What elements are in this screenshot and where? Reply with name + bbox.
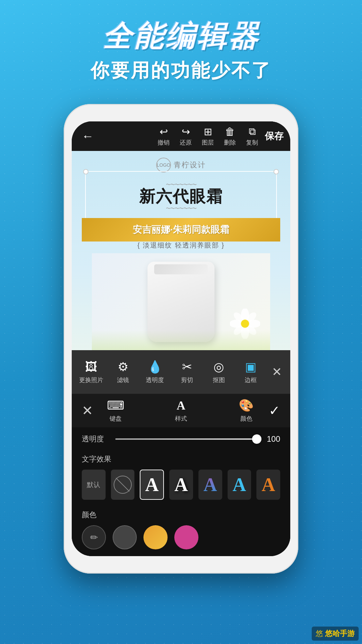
style-label: 样式 — [175, 415, 187, 423]
layers-label: 图层 — [202, 139, 214, 147]
pencil-icon: ✏ — [90, 532, 98, 543]
save-button[interactable]: 保存 — [265, 130, 284, 143]
color-picker-button[interactable]: ✏ — [82, 525, 106, 549]
redo-label: 还原 — [180, 139, 192, 147]
effect-box-char: A — [145, 474, 159, 495]
svg-point-9 — [241, 320, 249, 328]
photo-tool-border[interactable]: ▣ 边框 — [235, 360, 267, 384]
replace-photo-icon: 🖼 — [85, 360, 97, 374]
app-title: 全能编辑器 — [0, 20, 362, 53]
app-subtitle: 你要用的功能少不了 — [0, 58, 362, 84]
effect-default-label: 默认 — [87, 480, 100, 489]
color-tool-icon: 🎨 — [239, 398, 254, 413]
watermark: 悠 悠哈手游 — [312, 627, 359, 641]
effect-box[interactable]: A — [140, 470, 164, 500]
keyboard-icon: ⌨ — [107, 398, 124, 413]
opacity-label: 透明度 — [82, 434, 109, 444]
opacity-icon: 💧 — [147, 360, 163, 374]
opacity-section: 透明度 100 — [72, 427, 290, 451]
svg-line-11 — [116, 478, 129, 491]
effect-cyan-char: A — [233, 474, 246, 495]
canvas-area: LOGO 青柠设计 〜〜〜〜〜〜〜 新六代眼霜 〜〜〜〜〜〜〜 — [72, 151, 290, 350]
screen-content: ← ↩ 撤销 ↪ 还原 ⊞ 图层 🗑 — [72, 121, 290, 556]
border-icon: ▣ — [245, 360, 256, 374]
opacity-tool-label: 透明度 — [146, 376, 164, 384]
text-effects-section: 文字效果 默认 A — [72, 451, 290, 506]
delete-icon: 🗑 — [225, 126, 235, 138]
text-tool-keyboard[interactable]: ⌨ 键盘 — [93, 398, 138, 423]
text-tool-style[interactable]: A 样式 — [159, 398, 204, 423]
layers-icon: ⊞ — [204, 126, 212, 138]
filter-icon: ⚙ — [118, 360, 128, 374]
copy-icon: ⧉ — [249, 126, 256, 138]
effect-gradient-purple-char: A — [203, 474, 217, 495]
handle-tl[interactable] — [83, 169, 88, 174]
crop-icon: ✂ — [182, 360, 192, 374]
undo-label: 撤销 — [158, 139, 170, 147]
design-canvas[interactable]: LOGO 青柠设计 〜〜〜〜〜〜〜 新六代眼霜 〜〜〜〜〜〜〜 — [72, 151, 290, 350]
handle-tr[interactable] — [274, 169, 279, 174]
text-confirm-button[interactable]: ✓ — [269, 403, 280, 418]
text-cancel-button[interactable]: ✕ — [82, 403, 93, 418]
effect-cyan[interactable]: A — [228, 470, 251, 500]
photo-tool-filter[interactable]: ⚙ 滤镜 — [107, 360, 139, 384]
effect-orange-char: A — [261, 474, 275, 495]
opacity-value: 100 — [263, 434, 280, 444]
photo-tool-opacity[interactable]: 💧 透明度 — [139, 360, 171, 384]
product-image — [92, 253, 270, 350]
design-logo: LOGO 青柠设计 — [156, 158, 206, 172]
delete-label: 删除 — [224, 139, 236, 147]
watermark-text: 悠哈手游 — [325, 629, 355, 639]
effect-shadow-char: A — [174, 474, 188, 495]
style-icon: A — [177, 398, 185, 413]
photo-tool-replace[interactable]: 🖼 更换照片 — [75, 360, 107, 384]
toolbar-actions: ↩ 撤销 ↪ 还原 ⊞ 图层 🗑 删除 — [158, 126, 258, 147]
slider-fill — [115, 438, 257, 440]
photo-tool-cutout[interactable]: ◎ 抠图 — [203, 360, 235, 384]
copy-label: 复制 — [246, 139, 258, 147]
phone-screen: ← ↩ 撤销 ↪ 还原 ⊞ 图层 🗑 — [72, 121, 290, 556]
replace-photo-label: 更换照片 — [79, 376, 103, 384]
gold-banner: 安吉丽娜·朱莉同款眼霜 — [82, 218, 280, 241]
filter-label: 滤镜 — [117, 376, 129, 384]
redo-button[interactable]: ↪ 还原 — [180, 126, 192, 147]
keyboard-label: 键盘 — [110, 415, 122, 423]
effect-orange[interactable]: A — [256, 470, 280, 500]
product-title: 新六代眼霜 — [86, 188, 276, 206]
text-tool-color[interactable]: 🎨 颜色 — [224, 398, 269, 423]
effect-gradient-purple[interactable]: A — [198, 470, 222, 500]
text-edit-toolbar: ✕ ⌨ 键盘 A 样式 🎨 颜色 ✓ — [72, 394, 290, 427]
color-pink[interactable] — [174, 525, 198, 549]
slider-thumb[interactable] — [252, 434, 261, 444]
opacity-row: 透明度 100 — [82, 434, 280, 444]
crop-label: 剪切 — [181, 376, 193, 384]
effect-default[interactable]: 默认 — [82, 470, 106, 500]
logo-circle: LOGO — [156, 158, 171, 172]
color-orange[interactable] — [143, 525, 168, 549]
opacity-slider[interactable] — [115, 438, 257, 440]
editor-toolbar: ← ↩ 撤销 ↪ 还原 ⊞ 图层 🗑 — [72, 121, 290, 151]
text-effects-label: 文字效果 — [82, 454, 280, 464]
undo-button[interactable]: ↩ 撤销 — [158, 126, 170, 147]
effects-row: 默认 A A — [82, 470, 280, 500]
phone-mockup: ← ↩ 撤销 ↪ 还原 ⊞ 图层 🗑 — [64, 104, 298, 574]
layers-button[interactable]: ⊞ 图层 — [202, 126, 214, 147]
copy-button[interactable]: ⧉ 复制 — [246, 126, 258, 147]
delete-button[interactable]: 🗑 删除 — [224, 126, 236, 147]
back-button[interactable]: ← — [78, 126, 97, 147]
photo-tools-bar: 🖼 更换照片 ⚙ 滤镜 💧 透明度 ✂ 剪切 ◎ 抠图 — [72, 350, 290, 394]
photo-tools-close[interactable]: ✕ — [267, 362, 287, 382]
color-circles: ✏ — [82, 525, 280, 549]
watermark-icon: 悠 — [316, 629, 323, 639]
effect-none[interactable] — [111, 470, 135, 500]
cutout-icon: ◎ — [214, 360, 224, 374]
color-tool-label: 颜色 — [240, 415, 252, 423]
effect-shadow[interactable]: A — [169, 470, 193, 500]
color-dark[interactable] — [113, 525, 137, 549]
color-section: 颜色 ✏ — [72, 506, 290, 556]
photo-tool-crop[interactable]: ✂ 剪切 — [171, 360, 203, 384]
border-label: 边框 — [245, 376, 257, 384]
cutout-label: 抠图 — [213, 376, 225, 384]
logo-text: 青柠设计 — [174, 160, 206, 170]
top-text-area: 全能编辑器 你要用的功能少不了 — [0, 20, 362, 84]
